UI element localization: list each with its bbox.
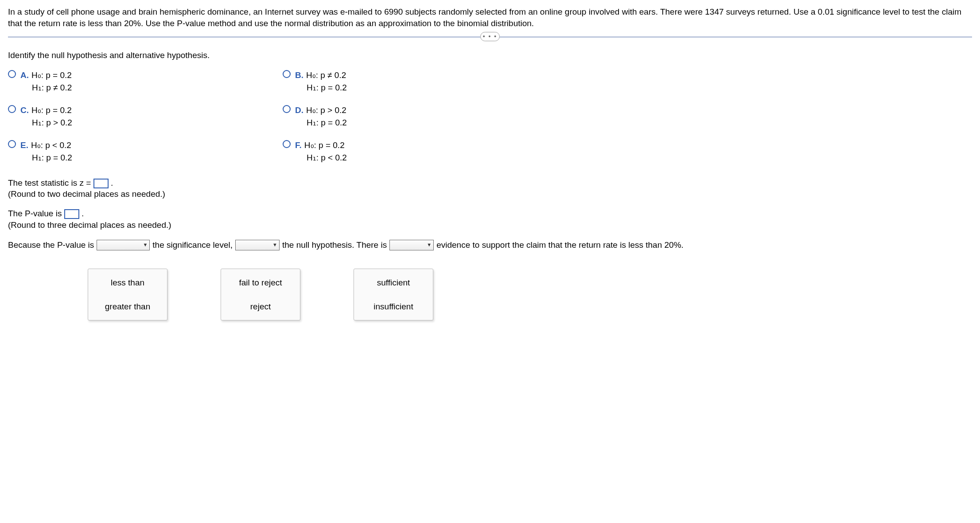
radio-icon[interactable]: [283, 105, 291, 113]
radio-icon[interactable]: [8, 70, 16, 78]
option-e[interactable]: E.H₀: p < 0.2 H₁: p = 0.2: [8, 139, 265, 164]
conclusion-text-1: Because the P-value is: [8, 239, 94, 251]
option-c[interactable]: C.H₀: p = 0.2 H₁: p > 0.2: [8, 104, 265, 129]
problem-statement: In a study of cell phone usage and brain…: [8, 6, 972, 29]
options-grid: A.H₀: p = 0.2 H₁: p ≠ 0.2 B.H₀: p ≠ 0.2 …: [8, 69, 540, 164]
radio-icon[interactable]: [8, 105, 16, 113]
expand-pill-icon[interactable]: • • •: [480, 32, 500, 41]
z-stat-input[interactable]: [93, 179, 109, 188]
conclusion-text-3: the null hypothesis. There is: [282, 239, 387, 251]
choice-sufficient[interactable]: sufficient: [377, 277, 410, 289]
option-letter: D.: [295, 105, 303, 115]
radio-icon[interactable]: [283, 70, 291, 78]
choice-fail-to-reject[interactable]: fail to reject: [239, 277, 282, 289]
choice-less-than[interactable]: less than: [111, 277, 144, 289]
option-a[interactable]: A.H₀: p = 0.2 H₁: p ≠ 0.2: [8, 69, 265, 94]
conclusion-sentence: Because the P-value is the significance …: [8, 239, 972, 251]
option-line2: H₁: p = 0.2: [20, 152, 72, 164]
z-stat-hint: (Round to two decimal places as needed.): [8, 188, 972, 200]
option-line2: H₁: p = 0.2: [295, 117, 347, 129]
option-b[interactable]: B.H₀: p ≠ 0.2 H₁: p = 0.2: [283, 69, 540, 94]
p-value-label-pre: The P-value is: [8, 209, 64, 218]
option-letter: C.: [20, 105, 29, 115]
option-line2: H₁: p < 0.2: [295, 152, 347, 164]
z-stat-label-post: .: [111, 178, 113, 187]
dropdown-compare[interactable]: [97, 240, 150, 250]
option-line2: H₁: p > 0.2: [20, 117, 72, 129]
option-line1: H₀: p = 0.2: [31, 70, 72, 80]
dropdown-choices-row: less than greater than fail to reject re…: [88, 269, 972, 320]
choice-reject[interactable]: reject: [250, 301, 271, 312]
dropdown-decision[interactable]: [235, 240, 280, 250]
option-line2: H₁: p = 0.2: [295, 82, 347, 94]
p-value-hint: (Round to three decimal places as needed…: [8, 219, 972, 231]
option-line2: H₁: p ≠ 0.2: [20, 82, 72, 94]
p-value-label-post: .: [82, 209, 84, 218]
p-value-input[interactable]: [64, 209, 79, 219]
option-line1: H₀: p < 0.2: [31, 141, 71, 150]
dropdown-evidence[interactable]: [389, 240, 434, 250]
option-line1: H₀: p = 0.2: [31, 105, 72, 115]
option-line1: H₀: p ≠ 0.2: [306, 70, 346, 80]
choice-insufficient[interactable]: insufficient: [373, 301, 413, 312]
option-d[interactable]: D.H₀: p > 0.2 H₁: p = 0.2: [283, 104, 540, 129]
option-letter: F.: [295, 141, 302, 150]
radio-icon[interactable]: [8, 140, 16, 148]
choice-greater-than[interactable]: greater than: [105, 301, 150, 312]
conclusion-text-2: the significance level,: [152, 239, 233, 251]
option-letter: A.: [20, 70, 29, 80]
hypothesis-prompt: Identify the null hypothesis and alterna…: [8, 50, 972, 61]
radio-icon[interactable]: [283, 140, 291, 148]
decision-choices-box: fail to reject reject: [221, 269, 300, 320]
evidence-choices-box: sufficient insufficient: [354, 269, 433, 320]
option-letter: B.: [295, 70, 303, 80]
option-f[interactable]: F.H₀: p = 0.2 H₁: p < 0.2: [283, 139, 540, 164]
compare-choices-box: less than greater than: [88, 269, 167, 320]
option-letter: E.: [20, 141, 28, 150]
option-line1: H₀: p = 0.2: [304, 141, 345, 150]
conclusion-text-4: evidence to support the claim that the r…: [436, 239, 684, 251]
option-line1: H₀: p > 0.2: [306, 105, 346, 115]
z-stat-label-pre: The test statistic is z =: [8, 178, 93, 187]
